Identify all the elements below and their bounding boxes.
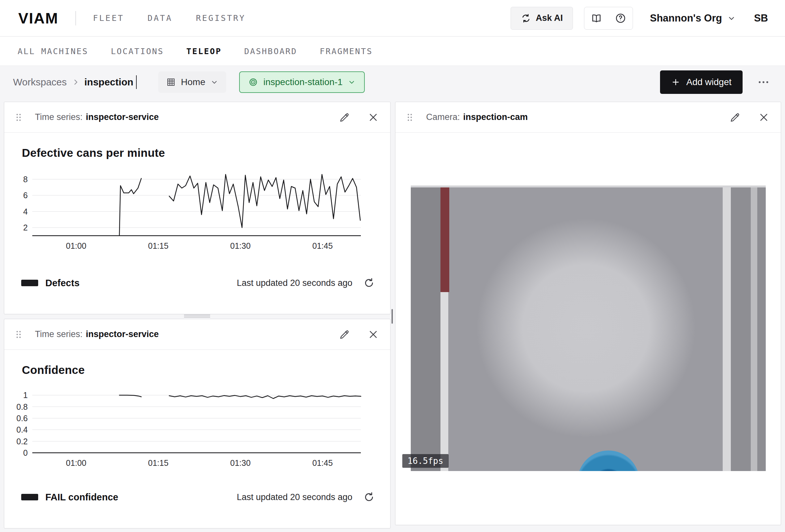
org-name: Shannon's Org — [650, 12, 722, 24]
tab-all-machines[interactable]: ALL MACHINES — [18, 47, 88, 56]
chart-footer: FAIL confidence Last updated 20 seconds … — [21, 491, 375, 503]
tab-locations[interactable]: LOCATIONS — [111, 47, 164, 56]
workspace-grid-icon — [166, 77, 176, 87]
ask-ai-label: Ask AI — [536, 13, 563, 23]
svg-text:4: 4 — [23, 207, 28, 216]
add-widget-button[interactable]: Add widget — [660, 71, 742, 94]
refresh-icon[interactable] — [363, 491, 375, 503]
close-widget-icon[interactable] — [368, 329, 378, 340]
machine-selector[interactable]: inspection-station-1 — [239, 71, 365, 93]
fleet-tabs: ALL MACHINES LOCATIONS TELEOP DASHBOARD … — [0, 37, 785, 66]
name-edit-cursor — [136, 75, 137, 89]
user-avatar[interactable]: SB — [754, 12, 768, 24]
chevron-down-icon — [210, 78, 218, 86]
blue-can-object — [578, 451, 639, 471]
svg-text:01:15: 01:15 — [148, 458, 169, 468]
fps-badge: 16.5fps — [402, 454, 449, 468]
svg-text:01:00: 01:00 — [66, 241, 86, 250]
logo-divider — [75, 11, 76, 25]
legend-label: FAIL confidence — [45, 492, 118, 503]
widget-title: Time series:inspector-service — [35, 329, 159, 339]
plus-icon — [671, 78, 680, 87]
breadcrumb-workspaces[interactable]: Workspaces — [13, 77, 67, 88]
svg-text:01:45: 01:45 — [312, 458, 333, 468]
widget-title: Camera:inspection-cam — [426, 112, 528, 122]
last-updated-text: Last updated 20 seconds ago — [237, 492, 352, 502]
nav-item-data[interactable]: DATA — [148, 14, 172, 23]
close-widget-icon[interactable] — [759, 112, 769, 123]
edit-widget-icon[interactable] — [339, 329, 350, 340]
widget-header: Time series:inspector-service — [4, 102, 390, 133]
chart-title: Confidence — [22, 364, 390, 376]
chevron-down-icon — [727, 14, 736, 23]
chart-footer: Defects Last updated 20 seconds ago — [21, 277, 375, 289]
row-resize-handle[interactable] — [184, 315, 210, 316]
svg-text:01:30: 01:30 — [230, 241, 251, 250]
machine-selector-label: inspection-station-1 — [263, 77, 343, 87]
legend-swatch — [21, 494, 38, 500]
svg-text:0.4: 0.4 — [16, 425, 28, 434]
legend-label: Defects — [45, 278, 80, 289]
tab-teleop[interactable]: TELEOP — [186, 47, 222, 56]
svg-text:8: 8 — [23, 175, 28, 184]
docs-book-icon[interactable] — [584, 7, 608, 29]
defects-line-chart: 246801:0001:1501:3001:45 — [11, 166, 365, 251]
widget-header: Time series:inspector-service — [4, 319, 390, 350]
svg-text:0.8: 0.8 — [16, 402, 28, 411]
ask-ai-button[interactable]: Ask AI — [511, 7, 573, 30]
chevron-right-icon — [72, 78, 80, 86]
svg-text:01:30: 01:30 — [230, 458, 251, 468]
org-switcher[interactable]: Shannon's Org — [650, 12, 736, 24]
svg-text:2: 2 — [23, 223, 28, 232]
chart-title: Defective cans per minute — [22, 147, 390, 159]
widget-header: Camera:inspection-cam — [396, 102, 781, 133]
primary-nav: FLEET DATA REGISTRY — [93, 14, 246, 23]
help-question-icon[interactable] — [608, 7, 633, 29]
widget-camera-name: inspection-cam — [463, 112, 528, 122]
location-selector-label: Home — [181, 77, 206, 87]
refresh-icon[interactable] — [363, 277, 375, 289]
add-widget-label: Add widget — [686, 77, 732, 87]
viam-logo: VIAM — [18, 9, 58, 27]
last-updated-text: Last updated 20 seconds ago — [237, 278, 352, 288]
workspace-name[interactable]: inspection — [84, 77, 133, 88]
column-resize-handle[interactable] — [391, 309, 393, 324]
svg-text:0.2: 0.2 — [16, 437, 28, 446]
widget-title: Time series:inspector-service — [35, 112, 159, 122]
drag-handle-icon[interactable] — [15, 113, 22, 122]
camera-video-feed — [411, 185, 766, 471]
drag-handle-icon[interactable] — [15, 330, 22, 339]
location-selector[interactable]: Home — [158, 71, 226, 93]
timeseries-widget-confidence: Time series:inspector-service Confidence… — [4, 319, 390, 528]
chevron-down-icon — [348, 78, 356, 86]
app-header: VIAM FLEET DATA REGISTRY Ask AI — [0, 0, 785, 36]
camera-widget: Camera:inspection-cam 16.5fps — [395, 102, 781, 525]
svg-text:0: 0 — [23, 448, 28, 457]
timeseries-widget-defects: Time series:inspector-service Defective … — [4, 102, 390, 314]
drag-handle-icon[interactable] — [407, 113, 413, 122]
nav-item-fleet[interactable]: FLEET — [93, 14, 124, 23]
ask-ai-icon — [521, 13, 531, 24]
svg-text:1: 1 — [23, 391, 28, 400]
widget-service-name: inspector-service — [86, 112, 159, 122]
svg-text:0.6: 0.6 — [16, 414, 28, 423]
edit-widget-icon[interactable] — [339, 112, 350, 123]
confidence-line-chart: 00.20.40.60.8101:0001:1501:3001:45 — [11, 384, 365, 468]
more-options-icon[interactable] — [757, 76, 770, 89]
svg-text:01:15: 01:15 — [148, 241, 169, 250]
svg-text:01:00: 01:00 — [66, 458, 86, 468]
svg-text:01:45: 01:45 — [312, 241, 333, 250]
close-widget-icon[interactable] — [368, 112, 378, 123]
legend-swatch — [21, 280, 38, 286]
tab-fragments[interactable]: FRAGMENTS — [320, 47, 373, 56]
machine-status-icon — [248, 77, 258, 87]
tab-dashboard[interactable]: DASHBOARD — [244, 47, 297, 56]
edit-widget-icon[interactable] — [730, 112, 740, 123]
svg-text:6: 6 — [23, 191, 28, 200]
widget-service-name: inspector-service — [86, 329, 159, 339]
nav-item-registry[interactable]: REGISTRY — [196, 14, 245, 23]
workspace-toolbar: Workspaces inspection Home inspection-st… — [0, 66, 785, 99]
help-icon-group — [584, 7, 633, 30]
